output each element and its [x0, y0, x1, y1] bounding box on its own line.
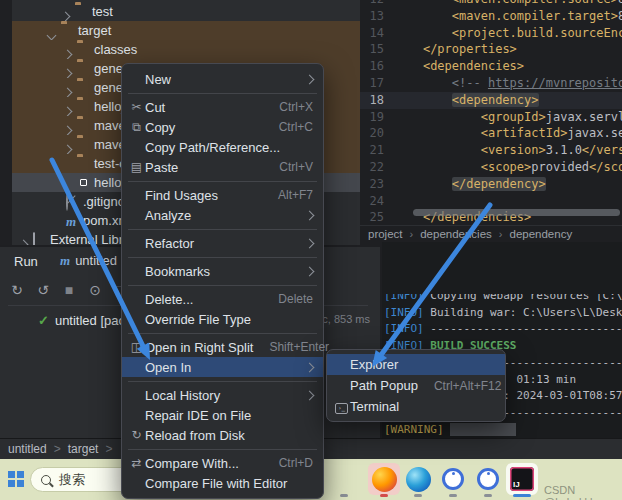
context-menu-item-compare-file-with-editor[interactable]: Compare File with Editor — [122, 473, 323, 493]
submenu-item-path-popup[interactable]: Path PopupCtrl+Alt+F12 — [327, 375, 505, 396]
run-tree-node[interactable]: ✓untitled [pac — [38, 313, 125, 328]
folder-icon — [77, 43, 91, 56]
check-icon: ✓ — [38, 313, 49, 328]
context-menu-item-delete[interactable]: Delete...Delete — [122, 289, 323, 309]
edge-icon[interactable] — [402, 463, 434, 495]
watermark: CSDN @bzb_kkk — [544, 484, 622, 500]
line-number: 25 — [360, 209, 384, 225]
rerun-icon[interactable]: ↻ — [8, 282, 26, 298]
line-number: 20 — [360, 125, 384, 142]
context-menu-item-bookmarks[interactable]: Bookmarks — [122, 261, 323, 281]
menu-separator — [122, 377, 323, 385]
context-menu-item-paste[interactable]: ▤PasteCtrl+V — [122, 157, 323, 177]
maven-icon: m — [60, 253, 70, 268]
line-number: 23 — [360, 176, 384, 193]
breadcrumb-separator: > — [105, 442, 112, 456]
run-tab-label: untitled — [75, 253, 117, 268]
menu-item-label: Compare File with Editor — [145, 476, 313, 491]
menu-item-label: Local History — [145, 388, 296, 403]
paste-icon: ▤ — [128, 160, 145, 174]
context-menu-item-local-history[interactable]: Local History — [122, 385, 323, 405]
editor[interactable]: 12 <maven.compiler.source>8</maven.compi… — [360, 0, 622, 225]
tree-item-test[interactable]: test — [12, 2, 360, 21]
editor-line: 13 <maven.compiler.target>8</maven.compi… — [360, 8, 622, 25]
run-node-duration: c, 853 ms — [322, 313, 370, 325]
editor-line: 22 <scope>provided</scope> — [360, 159, 622, 176]
tree-item-label: target — [78, 23, 111, 38]
app-circle-2-icon[interactable] — [472, 463, 504, 495]
menu-item-label: Terminal — [350, 399, 495, 414]
rerun-all-icon[interactable]: ↺ — [34, 282, 52, 298]
breadcrumb-separator: › — [499, 228, 503, 240]
menu-item-label: Compare With... — [145, 456, 263, 471]
code-text: <version>3.1.0</version> — [394, 142, 622, 159]
menu-item-shortcut: Ctrl+X — [279, 100, 313, 114]
split-icon: ◫ — [128, 340, 145, 354]
tree-item-label: test — [92, 4, 113, 19]
menu-item-label: Path Popup — [350, 378, 418, 393]
context-menu-item-repair-ide-on-file[interactable]: Repair IDE on File — [122, 405, 323, 425]
tree-item-classes[interactable]: classes — [12, 40, 360, 59]
horizontal-scrollbar[interactable] — [413, 209, 620, 216]
running-indicator — [414, 494, 422, 497]
context-menu-item-open-in[interactable]: Open In — [122, 357, 323, 377]
status-breadcrumb-target[interactable]: target — [68, 442, 99, 456]
breadcrumb-separator: > — [54, 442, 61, 456]
menu-item-label: Refactor — [145, 236, 296, 251]
submenu-item-explorer[interactable]: Explorer — [327, 354, 505, 375]
context-menu-item-refactor[interactable]: Refactor — [122, 233, 323, 253]
compare-icon: ⇄ — [128, 456, 145, 470]
breadcrumb-dependency[interactable]: dependency — [510, 228, 573, 240]
context-menu-item-new[interactable]: New — [122, 69, 323, 89]
firefox-icon[interactable] — [368, 463, 400, 495]
line-number: 13 — [360, 8, 384, 25]
context-menu-item-copy-path-reference[interactable]: Copy Path/Reference... — [122, 137, 323, 157]
folder-icon — [77, 62, 91, 75]
context-menu-item-analyze[interactable]: Analyze — [122, 205, 323, 225]
code-text: <artifactId>javax.servlet-api — [394, 125, 622, 142]
ide-window: testtargetclassesgeneratgenerathellojavm… — [0, 0, 622, 500]
code-text: <scope>provided</scope> — [394, 159, 622, 176]
menu-separator — [122, 177, 323, 185]
stop-icon[interactable]: ■ — [60, 282, 78, 298]
menu-item-label: Copy — [145, 120, 263, 135]
folder-icon — [75, 5, 89, 18]
menu-item-label: Repair IDE on File — [145, 408, 313, 423]
breadcrumb-separator: › — [410, 228, 414, 240]
submenu-item-terminal[interactable]: ›_Terminal — [327, 396, 505, 417]
menu-separator — [122, 225, 323, 233]
context-menu-item-find-usages[interactable]: Find UsagesAlt+F7 — [122, 185, 323, 205]
app-circle-1-icon[interactable] — [437, 463, 469, 495]
status-breadcrumb-untitled[interactable]: untitled — [8, 442, 47, 456]
editor-line: 12 <maven.compiler.source>8</maven.compi… — [360, 0, 622, 8]
breadcrumb-dependencies[interactable]: dependencies — [420, 228, 492, 240]
archive-icon — [77, 176, 91, 189]
eye-icon[interactable]: ⊙ — [86, 282, 104, 298]
file-explorer-icon[interactable] — [328, 463, 360, 495]
editor-line: 23 </dependency> — [360, 176, 622, 193]
running-indicator — [340, 494, 348, 497]
intellij-icon[interactable] — [506, 463, 538, 495]
context-menu-item-copy[interactable]: ⧉CopyCtrl+C — [122, 117, 323, 137]
start-button[interactable] — [8, 471, 24, 487]
menu-separator — [122, 329, 323, 337]
tree-item-target[interactable]: target — [12, 21, 360, 40]
context-menu-item-open-in-right-split[interactable]: ◫Open in Right SplitShift+Enter — [122, 337, 323, 357]
context-menu-item-cut[interactable]: ✂CutCtrl+X — [122, 97, 323, 117]
scissors-icon: ✂ — [128, 100, 145, 114]
menu-separator — [122, 445, 323, 453]
ignore-icon — [66, 195, 80, 208]
menu-item-label: Cut — [145, 100, 263, 115]
context-menu-item-override-file-type[interactable]: Override File Type — [122, 309, 323, 329]
context-menu: New✂CutCtrl+X⧉CopyCtrl+CCopy Path/Refere… — [121, 63, 324, 499]
run-tab[interactable]: muntitled — [60, 253, 117, 269]
submenu-arrow-icon — [306, 268, 313, 275]
folder-icon — [77, 81, 91, 94]
menu-item-label: Open In — [145, 360, 296, 375]
breadcrumb-project[interactable]: project — [368, 228, 403, 240]
context-menu-item-compare-with[interactable]: ⇄Compare With...Ctrl+D — [122, 453, 323, 473]
running-indicator — [449, 494, 457, 497]
context-menu-item-reload-from-disk[interactable]: ↻Reload from Disk — [122, 425, 323, 445]
code-text: <dependency> — [394, 92, 539, 109]
tool-window-edge — [0, 0, 12, 245]
